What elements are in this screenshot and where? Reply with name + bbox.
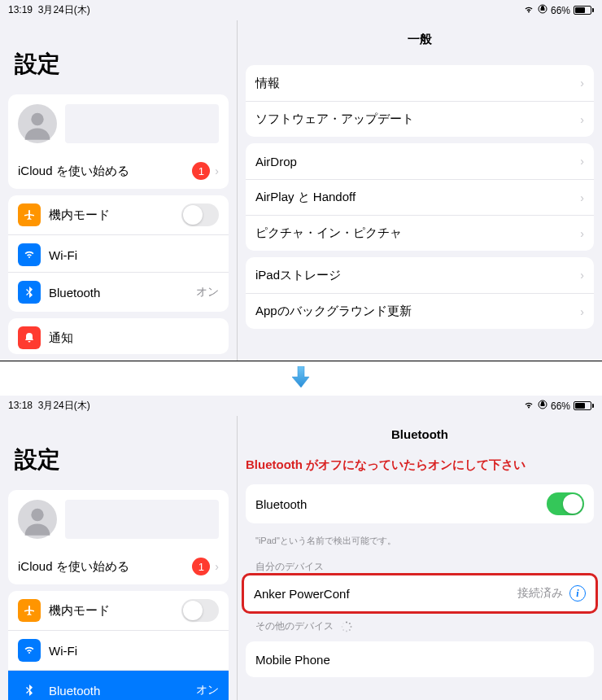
svg-point-5 (349, 623, 351, 624)
wifi-row[interactable]: Wi-Fi (8, 234, 229, 274)
svg-point-10 (342, 626, 343, 628)
airplay-row[interactable]: AirPlay と Handoff› (246, 179, 594, 215)
svg-point-1 (31, 113, 43, 125)
wifi-row[interactable]: Wi-Fi (8, 630, 229, 670)
svg-point-7 (349, 629, 351, 631)
chevron-right-icon: › (215, 560, 219, 573)
bluetooth-toggle[interactable] (547, 492, 584, 515)
badge-icon: 1 (192, 162, 210, 180)
bluetooth-row-selected[interactable]: Bluetooth オン (8, 670, 229, 700)
chevron-right-icon: › (580, 155, 584, 168)
svg-point-4 (346, 621, 347, 623)
chevron-right-icon: › (580, 227, 584, 240)
battery-icon (574, 401, 594, 410)
software-update-row[interactable]: ソフトウェア・アップデート› (246, 101, 594, 137)
info-icon[interactable]: i (569, 585, 586, 602)
rotation-lock-icon (538, 400, 547, 412)
bluetooth-icon (18, 281, 41, 304)
bluetooth-row[interactable]: Bluetooth オン (8, 272, 229, 312)
my-devices-label: 自分のデバイス (244, 552, 595, 575)
chevron-right-icon: › (215, 164, 219, 177)
airplane-mode-row[interactable]: 機内モード (8, 195, 229, 234)
airplane-mode-row[interactable]: 機内モード (8, 591, 229, 630)
other-devices-label: その他のデバイス (244, 611, 595, 635)
svg-point-6 (351, 626, 352, 628)
badge-icon: 1 (192, 558, 210, 575)
about-row[interactable]: 情報› (246, 65, 594, 101)
arrow-down-icon (0, 361, 602, 396)
account-row[interactable] (8, 490, 229, 549)
settings-title: 設定 (7, 20, 230, 88)
wifi-icon (523, 400, 534, 412)
status-bar: 13:19 3月24日(木) 66% (0, 0, 602, 20)
wifi-icon (18, 639, 41, 662)
discoverable-hint: "iPad"という名前で検出可能です。 (244, 530, 595, 552)
rotation-lock-icon (538, 4, 547, 16)
bluetooth-toggle-row[interactable]: Bluetooth (246, 484, 594, 523)
device-anker-row[interactable]: Anker PowerConf 接続済み i (244, 575, 595, 611)
svg-point-8 (346, 630, 347, 632)
airplane-toggle[interactable] (181, 599, 219, 622)
battery-icon (574, 6, 594, 15)
bluetooth-icon (18, 679, 41, 700)
icloud-start-row[interactable]: iCloud を使い始める 1 › (8, 153, 229, 189)
notifications-row[interactable]: 通知 (8, 318, 229, 354)
wifi-icon (18, 243, 41, 266)
general-header: 一般 (244, 20, 595, 59)
bluetooth-header: Bluetooth (244, 416, 595, 453)
svg-point-11 (342, 623, 344, 624)
chevron-right-icon: › (580, 305, 584, 318)
settings-title: 設定 (7, 416, 230, 483)
spinner-icon (341, 621, 352, 632)
bg-refresh-row[interactable]: Appのバックグラウンド更新› (246, 293, 594, 329)
pip-row[interactable]: ピクチャ・イン・ピクチャ› (246, 215, 594, 251)
svg-point-3 (31, 509, 43, 521)
chevron-right-icon: › (580, 191, 584, 204)
avatar-icon (18, 500, 57, 539)
account-row[interactable] (8, 94, 229, 153)
chevron-right-icon: › (580, 269, 584, 282)
airplane-toggle[interactable] (181, 203, 219, 226)
icloud-start-row[interactable]: iCloud を使い始める 1 › (8, 549, 229, 584)
airdrop-row[interactable]: AirDrop› (246, 143, 594, 179)
airplane-icon (18, 599, 41, 622)
chevron-right-icon: › (580, 77, 584, 90)
notification-icon (18, 326, 41, 349)
chevron-right-icon: › (580, 113, 584, 126)
wifi-icon (523, 5, 534, 16)
storage-row[interactable]: iPadストレージ› (246, 257, 594, 293)
airplane-icon (18, 203, 41, 226)
status-bar: 13:18 3月24日(木) 66% (0, 396, 602, 416)
instruction-note: Bluetooth がオフになっていたらオンにして下さい (244, 453, 595, 478)
svg-point-9 (342, 629, 344, 631)
avatar-icon (18, 104, 57, 143)
device-mobile-row[interactable]: Mobile Phone (246, 641, 594, 677)
